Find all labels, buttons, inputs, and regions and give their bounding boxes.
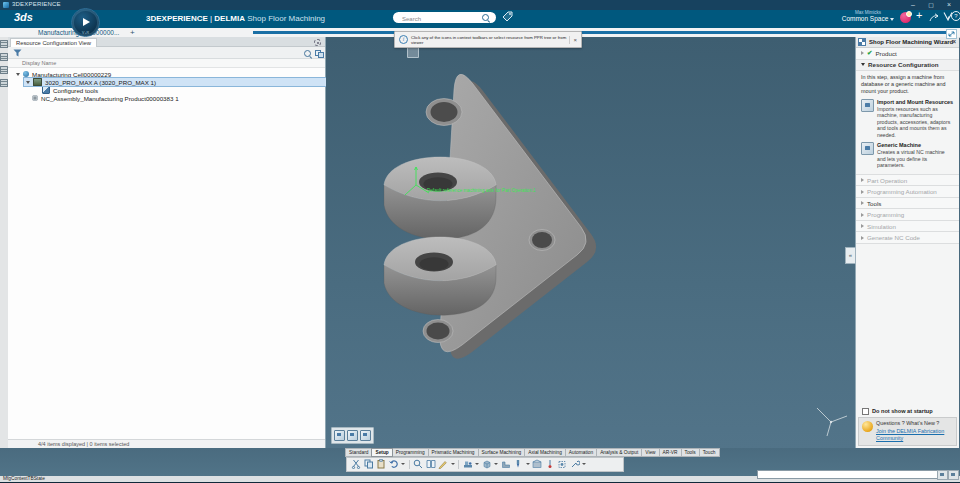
ribbon-tab-axial-machining[interactable]: Axial Machining — [524, 448, 566, 457]
wizard-step-product[interactable]: Product — [856, 48, 959, 60]
user-avatar[interactable] — [900, 12, 911, 23]
mount-machine-icon[interactable] — [463, 459, 473, 469]
dropdown-caret-icon[interactable] — [526, 463, 530, 465]
wizard-close-icon[interactable] — [952, 37, 956, 47]
import-resources-icon[interactable] — [861, 99, 874, 112]
catalog-icon[interactable] — [426, 459, 436, 469]
wizard-step-generate-nc-code[interactable]: Generate NC Code — [856, 232, 959, 244]
paste-icon[interactable] — [376, 459, 386, 469]
checkbox[interactable] — [862, 408, 869, 415]
3dexperience-compass-icon[interactable]: V+R — [71, 8, 100, 37]
3d-viewport[interactable]: Default reference machining axis for Par… — [326, 37, 855, 448]
search-icon[interactable] — [413, 459, 423, 469]
duplicate-view-icon[interactable] — [315, 50, 321, 56]
model-tree-icon[interactable] — [0, 40, 8, 48]
wizard-step-programming-automation[interactable]: Programming Automation — [856, 186, 959, 198]
fixture-icon[interactable] — [501, 459, 511, 469]
dropdown-caret-icon[interactable] — [451, 463, 455, 465]
options-icon[interactable] — [570, 459, 580, 469]
workpiece-box-icon[interactable] — [557, 459, 567, 469]
expander-icon[interactable] — [16, 73, 20, 76]
machine-context-icon[interactable] — [334, 430, 345, 441]
copy-icon[interactable] — [364, 459, 374, 469]
wizard-step-part-operation[interactable]: Part Operation — [856, 175, 959, 187]
option-generic-machine[interactable]: Generic Machine Creates a virtual NC mac… — [861, 142, 954, 168]
tree-row-machine[interactable]: 3020_PRO_MAX A (3020_PRO_MAX 1) — [24, 78, 326, 86]
panel-toolbar — [8, 47, 325, 59]
expand-viewport-icon[interactable] — [946, 29, 957, 39]
ribbon-tab-programming[interactable]: Programming — [392, 448, 429, 457]
tools-icon — [42, 86, 50, 94]
ribbon-tab-standard[interactable]: Standard — [345, 448, 372, 457]
dropdown-caret-icon[interactable] — [401, 463, 405, 465]
tree-label: 3020_PRO_MAX A (3020_PRO_MAX 1) — [45, 79, 156, 86]
history-panel-icon[interactable] — [0, 53, 8, 61]
workpiece-icon[interactable] — [482, 459, 492, 469]
filter-icon[interactable] — [13, 49, 22, 57]
community-link[interactable]: Join the DELMIA Fabrication Community — [876, 428, 953, 442]
ribbon-tab-prismatic-machining[interactable]: Prismatic Machining — [428, 448, 479, 457]
cut-icon[interactable] — [351, 459, 361, 469]
step-description: In this step, assign a machine from data… — [861, 74, 954, 95]
tab-resource-configuration-view[interactable]: Resource Configuration View — [10, 38, 97, 47]
checkbox-label: Do not show at startup — [872, 408, 933, 414]
tree-row-nc-assembly[interactable]: NC_Assembly_Manufacturing Product0000038… — [8, 94, 325, 102]
maximize-button[interactable] — [924, 0, 938, 10]
3d-part[interactable] — [384, 74, 596, 358]
user-space-selector[interactable]: Max Mimicks Common Space — [838, 10, 898, 23]
dropdown-caret-icon[interactable] — [494, 463, 498, 465]
ribbon-tab-automation[interactable]: Automation — [565, 448, 597, 457]
tree-label: NC_Assembly_Manufacturing Product0000038… — [41, 95, 179, 102]
wizard-step-programming[interactable]: Programming — [856, 209, 959, 221]
wizard-step-tools[interactable]: Tools — [856, 198, 959, 210]
search-input[interactable] — [400, 13, 482, 24]
wizard-step-simulation[interactable]: Simulation — [856, 221, 959, 233]
lower-lug-hole-depth — [420, 257, 449, 271]
generic-machine-icon[interactable] — [861, 142, 874, 155]
do-not-show-checkbox-row[interactable]: Do not show at startup — [862, 408, 957, 415]
brand-separator: | — [210, 14, 212, 23]
expander-icon[interactable] — [26, 81, 30, 84]
tool-assembly-icon[interactable] — [513, 459, 523, 469]
ribbon-tab-surface-machining[interactable]: Surface Machining — [478, 448, 526, 457]
gear-icon[interactable] — [314, 39, 321, 46]
probe-icon[interactable] — [545, 459, 555, 469]
ribbon-tab-view[interactable]: View — [641, 448, 659, 457]
add-content-button[interactable] — [916, 10, 922, 21]
notification-close-icon[interactable] — [569, 36, 577, 44]
ribbon-tab-touch[interactable]: Touch — [699, 448, 720, 457]
ribbon-tab-tools[interactable]: Tools — [681, 448, 700, 457]
annotation-icon[interactable] — [438, 459, 448, 469]
tree-row-configured-tools[interactable]: Configured tools — [8, 86, 325, 94]
alerts-icon[interactable] — [948, 470, 959, 480]
wizard-title: Shop Floor Machining Wizard — [869, 39, 953, 45]
new-tab-button[interactable]: + — [130, 28, 135, 37]
command-history-icon[interactable] — [937, 470, 948, 480]
dropdown-caret-icon[interactable] — [582, 463, 586, 465]
views-panel-icon[interactable] — [0, 79, 8, 87]
step-label: Simulation — [867, 223, 896, 230]
layers-panel-icon[interactable] — [0, 66, 8, 74]
ribbon-tab-ar-vr[interactable]: AR-VR — [659, 448, 682, 457]
dropdown-caret-icon[interactable] — [475, 463, 479, 465]
global-search[interactable] — [393, 12, 496, 23]
space-label: Common Space — [842, 15, 889, 22]
command-input[interactable] — [757, 470, 939, 479]
search-icon[interactable] — [482, 14, 489, 21]
ribbon-tab-setup[interactable]: Setup — [371, 448, 392, 457]
option-import-and-mount[interactable]: Import and Mount Resources Imports resou… — [861, 99, 954, 138]
help-icon[interactable] — [951, 11, 960, 21]
panel-collapse-handle[interactable] — [845, 247, 856, 264]
tree-row-manufacturing-cell[interactable]: Manufacturing Cell00000229 — [8, 70, 325, 78]
machining-cell-icon[interactable] — [532, 459, 542, 469]
window-title: 3DEXPERIENCE — [12, 1, 61, 7]
share-icon[interactable] — [929, 12, 940, 22]
tag-icon[interactable] — [502, 11, 513, 22]
ribbon-tab-analysis-output[interactable]: Analysis & Output — [596, 448, 642, 457]
tree-search-icon[interactable] — [304, 50, 311, 57]
close-button[interactable] — [942, 0, 956, 10]
workpiece-context-icon[interactable] — [347, 430, 358, 441]
undo-icon[interactable] — [389, 459, 399, 469]
nc-setup-context-icon[interactable] — [360, 430, 371, 441]
wizard-step-resource-configuration[interactable]: Resource Configuration — [856, 60, 959, 72]
